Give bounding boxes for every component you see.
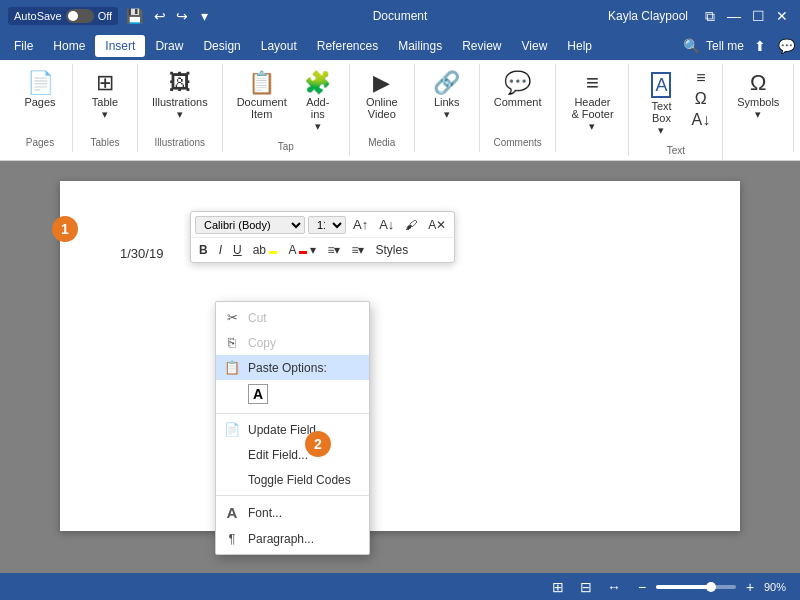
ribbon-header-footer-button[interactable]: ≡ Header & Footer ▾ xyxy=(564,68,620,137)
ribbon-addins-button[interactable]: 🧩 Add-ins ▾ xyxy=(295,68,341,137)
styles-button[interactable]: Styles xyxy=(371,241,412,259)
table-dropdown-icon: ▾ xyxy=(102,108,108,121)
cut-icon: ✂ xyxy=(224,310,240,325)
ctx-copy: ⎘ Copy xyxy=(216,330,369,355)
autosave-toggle[interactable] xyxy=(66,9,94,23)
font-select[interactable]: Calibri (Body) xyxy=(195,216,305,234)
restore-button[interactable]: ☐ xyxy=(748,6,768,26)
status-col-icon[interactable]: ⊟ xyxy=(576,577,596,597)
ribbon-textbox-button[interactable]: A Text Box ▾ xyxy=(637,68,685,141)
ribbon-group-media: ▶ Online Video Media xyxy=(350,64,415,152)
highlight-color-button[interactable]: ab xyxy=(249,241,282,259)
save-button[interactable]: 💾 xyxy=(124,6,144,26)
ribbon-group-links: 🔗 Links ▾ xyxy=(415,64,480,152)
menu-home[interactable]: Home xyxy=(43,35,95,57)
paragraph-icon: ¶ xyxy=(224,531,240,546)
menu-references[interactable]: References xyxy=(307,35,388,57)
paste-keep-source[interactable]: A xyxy=(248,384,268,404)
links-label: Links xyxy=(434,96,460,108)
ribbon-group-tap: 📋 Document Item 🧩 Add-ins ▾ Tap xyxy=(223,64,350,156)
ribbon-items-tap: 📋 Document Item 🧩 Add-ins ▾ xyxy=(231,68,341,137)
ribbon-group-header-footer: ≡ Header & Footer ▾ xyxy=(556,64,629,156)
ribbon-symbols-button[interactable]: Ω Symbols ▾ xyxy=(731,68,785,125)
quick-access-more[interactable]: ▾ xyxy=(194,6,214,26)
redo-button[interactable]: ↪ xyxy=(172,6,192,26)
illustrations-group-label: Illustrations xyxy=(155,133,206,148)
ctx-paragraph[interactable]: ¶ Paragraph... xyxy=(216,526,369,551)
ctx-font[interactable]: A Font... xyxy=(216,499,369,526)
share-button[interactable]: ⬆ xyxy=(750,36,770,56)
close-button[interactable]: ✕ xyxy=(772,6,792,26)
step-badge-2: 2 xyxy=(305,431,331,457)
bold-button[interactable]: B xyxy=(195,241,212,259)
clear-format-button[interactable]: A✕ xyxy=(424,216,450,234)
undo-redo-group: ↩ ↪ ▾ xyxy=(150,6,214,26)
font-color-button[interactable]: A ▾ xyxy=(284,241,320,259)
tables-group-label: Tables xyxy=(91,133,120,148)
status-nav-icon[interactable]: ↔ xyxy=(604,577,624,597)
textbox-dropdown-icon: ▾ xyxy=(658,124,664,137)
ribbon-items-media: ▶ Online Video xyxy=(358,68,406,133)
pages-group-label: Pages xyxy=(26,133,54,148)
illustrations-dropdown-icon: ▾ xyxy=(177,108,183,121)
shrink-font-button[interactable]: A↓ xyxy=(375,215,398,234)
ribbon-docitem-button[interactable]: 📋 Document Item xyxy=(231,68,293,124)
italic-button[interactable]: I xyxy=(215,241,226,259)
document-title: Document xyxy=(373,9,428,23)
tell-me-label[interactable]: Tell me xyxy=(706,39,744,53)
menu-review[interactable]: Review xyxy=(452,35,511,57)
addins-label: Add-ins xyxy=(301,96,335,120)
table-label: Table xyxy=(92,96,118,108)
highlight-button[interactable]: 🖌 xyxy=(401,216,421,234)
ribbon-illustrations-button[interactable]: 🖼 Illustrations ▾ xyxy=(146,68,214,125)
ribbon-items-text: A Text Box ▾ ≡ Ω A↓ xyxy=(637,68,714,141)
ribbon-comment-button[interactable]: 💬 Comment xyxy=(488,68,548,112)
links-icon: 🔗 xyxy=(433,72,460,94)
numbering-button[interactable]: ≡▾ xyxy=(347,241,368,259)
zoom-bar xyxy=(656,585,736,589)
ribbon-online-video-button[interactable]: ▶ Online Video xyxy=(358,68,406,124)
ctx-edit-field[interactable]: Edit Field... xyxy=(216,442,369,467)
menu-view[interactable]: View xyxy=(512,35,558,57)
menu-insert[interactable]: Insert xyxy=(95,35,145,57)
undo-button[interactable]: ↩ xyxy=(150,6,170,26)
ctx-update-field[interactable]: 📄 Update Field xyxy=(216,417,369,442)
ctx-separator1 xyxy=(216,413,369,414)
update-field-icon: 📄 xyxy=(224,422,240,437)
menu-design[interactable]: Design xyxy=(193,35,250,57)
ctx-paste-options[interactable]: 📋 Paste Options: xyxy=(216,355,369,380)
comment-button[interactable]: 💬 xyxy=(776,36,796,56)
fmt-toolbar-row2: B I U ab A ▾ ≡▾ ≡▾ Styles xyxy=(191,238,454,262)
ribbon-pages-button[interactable]: 📄 Pages xyxy=(16,68,64,112)
ribbon-links-button[interactable]: 🔗 Links ▾ xyxy=(423,68,471,125)
ribbon: 📄 Pages Pages ⊞ Table ▾ Tables 🖼 Illustr… xyxy=(0,60,800,161)
ribbon-group-text: A Text Box ▾ ≡ Ω A↓ Text xyxy=(629,64,723,160)
restore-window-button[interactable]: ⧉ xyxy=(700,6,720,26)
menu-file[interactable]: File xyxy=(4,35,43,57)
header-footer-label: Header & Footer xyxy=(570,96,614,120)
menu-layout[interactable]: Layout xyxy=(251,35,307,57)
grow-font-button[interactable]: A↑ xyxy=(349,215,372,234)
illustrations-label: Illustrations xyxy=(152,96,208,108)
menu-draw[interactable]: Draw xyxy=(145,35,193,57)
menu-bar: File Home Insert Draw Design Layout Refe… xyxy=(0,32,800,60)
ctx-toggle-field-codes[interactable]: Toggle Field Codes xyxy=(216,467,369,492)
ribbon-text-small2[interactable]: Ω xyxy=(687,89,714,109)
ribbon-table-button[interactable]: ⊞ Table ▾ xyxy=(81,68,129,125)
ribbon-text-small3[interactable]: A↓ xyxy=(687,110,714,130)
status-page-icon[interactable]: ⊞ xyxy=(548,577,568,597)
font-size-select[interactable]: 11 xyxy=(308,216,346,234)
status-bar: ⊞ ⊟ ↔ − + 90% xyxy=(0,573,800,600)
ribbon-items-header-footer: ≡ Header & Footer ▾ xyxy=(564,68,620,137)
bullets-button[interactable]: ≡▾ xyxy=(323,241,344,259)
ribbon-scroll: ▲ ▼ xyxy=(794,64,800,112)
underline-button[interactable]: U xyxy=(229,241,246,259)
menu-help[interactable]: Help xyxy=(557,35,602,57)
zoom-minus-button[interactable]: − xyxy=(632,577,652,597)
doc-text-content: 1/30/19 xyxy=(120,246,163,261)
ribbon-text-small1[interactable]: ≡ xyxy=(687,68,714,88)
menu-mailings[interactable]: Mailings xyxy=(388,35,452,57)
minimize-button[interactable]: — xyxy=(724,6,744,26)
zoom-plus-button[interactable]: + xyxy=(740,577,760,597)
zoom-handle[interactable] xyxy=(706,582,716,592)
